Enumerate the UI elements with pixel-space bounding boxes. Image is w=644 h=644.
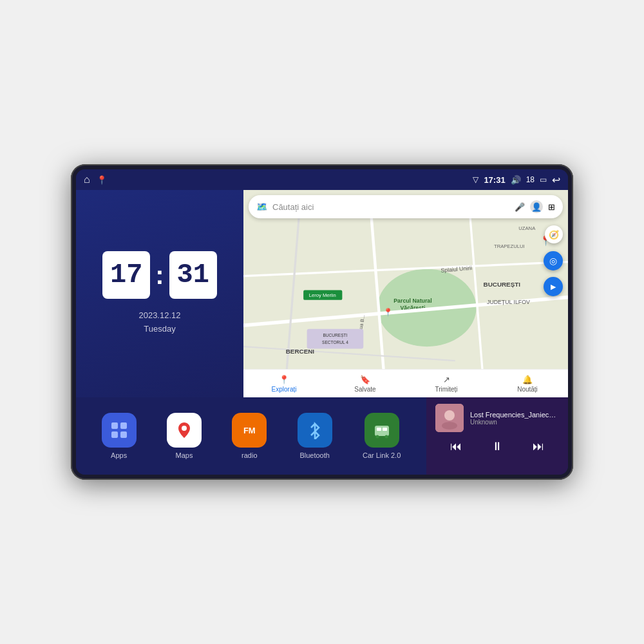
app-icon-radio[interactable]: FM radio bbox=[232, 413, 267, 459]
svg-point-34 bbox=[375, 435, 379, 439]
svg-rect-26 bbox=[120, 422, 127, 429]
map-start-button[interactable]: ▶ bbox=[544, 277, 563, 296]
music-title: Lost Frequencies_Janieck Devy-... bbox=[470, 411, 559, 419]
svg-text:BUCUREȘTI: BUCUREȘTI bbox=[484, 281, 521, 288]
svg-rect-17 bbox=[307, 329, 364, 349]
map-compass-button[interactable]: 🧭 bbox=[545, 225, 563, 243]
clock-colon: : bbox=[155, 261, 164, 290]
volume-icon: 🔊 bbox=[511, 175, 521, 185]
bluetooth-icon bbox=[306, 421, 324, 439]
svg-rect-25 bbox=[111, 422, 118, 429]
svg-point-37 bbox=[444, 410, 455, 421]
app-icon-carlink[interactable]: Car Link 2.0 bbox=[363, 413, 401, 459]
app-icon-bluetooth[interactable]: Bluetooth bbox=[298, 413, 332, 459]
map-search-bar[interactable]: 🗺️ Căutați aici 🎤 👤 ⊞ bbox=[249, 195, 563, 218]
apps-icon bbox=[109, 421, 129, 440]
svg-rect-33 bbox=[383, 428, 387, 431]
map-nav-explore[interactable]: 📍 Explorați bbox=[243, 375, 325, 393]
map-search-input[interactable]: Căutați aici bbox=[272, 202, 509, 212]
apps-label: Apps bbox=[111, 451, 127, 459]
svg-text:UZANA: UZANA bbox=[518, 225, 536, 231]
status-bar: ⌂ 📍 ▽ 17:31 🔊 18 ▭ ↩ bbox=[76, 169, 568, 190]
map-nav-news[interactable]: 🔔 Noutăți bbox=[487, 375, 568, 393]
clock-display: 17 : 31 bbox=[102, 251, 216, 299]
map-bottom-nav: 📍 Explorați 🔖 Salvate ↗ Trimiteți 🔔 bbox=[243, 369, 568, 397]
back-icon[interactable]: ↩ bbox=[552, 174, 560, 186]
carlink-label: Car Link 2.0 bbox=[363, 451, 401, 459]
svg-text:JUDEȚUL ILFOV: JUDEȚUL ILFOV bbox=[487, 299, 530, 305]
svg-rect-27 bbox=[111, 431, 118, 438]
voice-search-icon[interactable]: 🎤 bbox=[515, 202, 525, 212]
maps-label: Maps bbox=[176, 451, 193, 459]
svg-text:SECTORUL 4: SECTORUL 4 bbox=[322, 340, 348, 345]
music-prev-button[interactable]: ⏮ bbox=[445, 437, 467, 456]
map-widget[interactable]: Parcul Natural Văcărești Splaiul Unirii bbox=[243, 190, 568, 397]
battery-icon: ▭ bbox=[540, 175, 547, 184]
music-player: Lost Frequencies_Janieck Devy-... Unknow… bbox=[426, 397, 568, 475]
maps-icon bbox=[173, 419, 195, 441]
map-nav-share[interactable]: ↗ Trimiteți bbox=[406, 375, 487, 393]
svg-point-30 bbox=[182, 426, 187, 431]
app-icon-maps[interactable]: Maps bbox=[167, 413, 202, 459]
music-next-button[interactable]: ⏭ bbox=[527, 437, 549, 456]
radio-label: radio bbox=[242, 451, 257, 459]
google-maps-logo: 🗺️ bbox=[256, 202, 267, 212]
status-time: 17:31 bbox=[484, 175, 505, 185]
gps-icon: ▽ bbox=[473, 175, 478, 184]
svg-rect-28 bbox=[120, 431, 127, 438]
apps-section: Apps Maps bbox=[76, 397, 426, 475]
maps-shortcut-icon[interactable]: 📍 bbox=[97, 175, 107, 185]
svg-text:TRAPEZULUI: TRAPEZULUI bbox=[494, 243, 525, 249]
svg-text:Leroy Merlin: Leroy Merlin bbox=[309, 292, 336, 298]
svg-rect-32 bbox=[377, 428, 381, 431]
svg-text:Parcul Natural: Parcul Natural bbox=[393, 298, 431, 304]
account-icon[interactable]: 👤 bbox=[530, 200, 543, 213]
battery-level: 18 bbox=[526, 175, 535, 184]
clock-date: 2023.12.12 Tuesday bbox=[138, 309, 180, 336]
music-controls: ⏮ ⏸ ⏭ bbox=[435, 437, 559, 456]
svg-text:BUCUREȘTI: BUCUREȘTI bbox=[323, 333, 347, 338]
carlink-icon bbox=[372, 421, 392, 440]
home-icon[interactable]: ⌂ bbox=[84, 174, 90, 185]
map-nav-saved[interactable]: 🔖 Salvate bbox=[325, 375, 406, 393]
bluetooth-label: Bluetooth bbox=[299, 451, 329, 459]
svg-text:📍: 📍 bbox=[383, 307, 393, 317]
clock-minutes: 31 bbox=[169, 251, 217, 299]
svg-point-35 bbox=[384, 435, 388, 439]
map-location-button[interactable]: ◎ bbox=[544, 251, 563, 270]
svg-text:BERCENI: BERCENI bbox=[286, 348, 315, 355]
clock-hours: 17 bbox=[102, 251, 150, 299]
car-display-device: ⌂ 📍 ▽ 17:31 🔊 18 ▭ ↩ 17 : bbox=[71, 164, 573, 480]
svg-point-38 bbox=[442, 422, 457, 430]
app-icon-apps[interactable]: Apps bbox=[102, 413, 137, 459]
svg-rect-31 bbox=[375, 426, 389, 436]
music-thumbnail bbox=[435, 404, 464, 432]
music-artist: Unknown bbox=[470, 419, 559, 426]
music-play-button[interactable]: ⏸ bbox=[486, 437, 508, 456]
device-screen: ⌂ 📍 ▽ 17:31 🔊 18 ▭ ↩ 17 : bbox=[76, 169, 568, 475]
layers-icon[interactable]: ⊞ bbox=[548, 202, 555, 212]
map-svg: Parcul Natural Văcărești Splaiul Unirii bbox=[243, 190, 568, 397]
clock-widget: 17 : 31 2023.12.12 Tuesday bbox=[76, 190, 243, 397]
